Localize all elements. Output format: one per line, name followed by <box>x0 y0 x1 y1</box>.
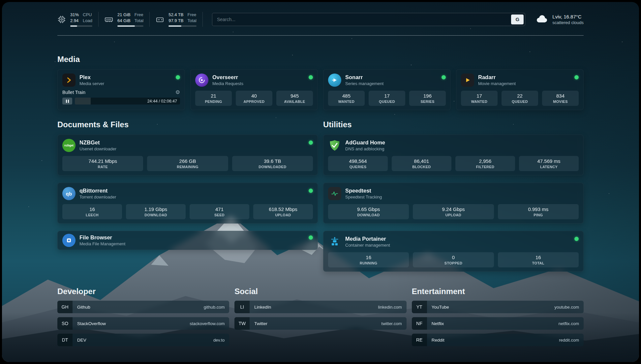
stat-upload: 9.24 Gbps UPLOAD <box>413 204 494 219</box>
stat-upload: 618.52 Mbps UPLOAD <box>253 204 313 219</box>
bookmark-name: YouTube <box>432 305 449 310</box>
bookmark-url: linkedin.com <box>378 305 402 310</box>
stat-latency: 47.569 ms LATENCY <box>519 156 579 171</box>
topbar-divider <box>57 35 584 36</box>
plex-player-bar: 24:44 / 02:06:47 <box>62 98 180 105</box>
speedtest-card[interactable]: Speedtest Speedtest Tracking 9.65 Gbps D… <box>323 183 584 224</box>
bookmark-dev[interactable]: DT DEV dev.to <box>57 334 229 346</box>
overseerr-icon <box>195 74 208 87</box>
memory-icon <box>105 15 113 24</box>
status-dot <box>176 75 180 79</box>
section-title-documents: Documents & Files <box>57 120 318 129</box>
stat-download: 1.19 Gbps DOWNLOAD <box>126 204 186 219</box>
disk-free-value: 52.4 TB <box>168 12 183 18</box>
stat-pending: 21 PENDING <box>195 91 232 106</box>
app-name: Radarr <box>478 74 570 80</box>
portainer-icon <box>328 235 341 248</box>
stat-downloaded: 39.6 TB DOWNLOADED <box>232 156 313 171</box>
dashboard: 31% 2.94 CPU Load <box>2 2 639 362</box>
ram-total-label: Total <box>135 18 143 24</box>
overseerr-card[interactable]: Overseerr Media Requests 21 PENDING 40 A… <box>190 69 318 110</box>
status-dot <box>574 237 579 241</box>
weather-location: Lviv, 16.87°C <box>552 14 584 19</box>
speedtest-icon <box>328 187 341 200</box>
stat-approved: 40 APPROVED <box>236 91 272 106</box>
app-desc: Media server <box>79 81 172 86</box>
app-name: Plex <box>79 74 172 80</box>
radarr-card[interactable]: Radarr Movie management 17 WANTED 22 QUE… <box>456 69 584 110</box>
stat-blocked: 86,401 BLOCKED <box>392 156 451 171</box>
bookmark-url: reddit.com <box>559 338 579 343</box>
app-desc: DNS and adblocking <box>345 146 579 151</box>
app-name: AdGuard Home <box>345 139 579 146</box>
top-bar: 31% 2.94 CPU Load <box>2 2 639 35</box>
status-dot <box>309 235 313 240</box>
bookmark-github[interactable]: GH Github github.com <box>57 301 229 313</box>
bookmark-netflix[interactable]: NF Netflix netflix.com <box>412 317 584 330</box>
stat-running: 16 RUNNING <box>328 252 409 267</box>
bookmark-youtube[interactable]: YT YouTube youtube.com <box>412 301 584 313</box>
memory-widget: 21 GiB 64 GiB Free Total <box>99 12 150 27</box>
plex-card[interactable]: Plex Media server Bullet Train ⚙ 24:4 <box>57 69 185 110</box>
stat-stopped: 0 STOPPED <box>413 252 494 267</box>
stat-queued: 22 QUEUED <box>502 91 538 106</box>
bookmark-url: twitter.com <box>382 321 402 326</box>
filebrowser-card[interactable]: File Browser Media File Management <box>57 231 318 250</box>
stat-seed: 471 SEED <box>190 204 249 219</box>
pause-icon[interactable] <box>62 98 72 105</box>
bookmark-name: StackOverflow <box>77 321 106 326</box>
status-dot <box>309 75 313 79</box>
bookmark-name: DEV <box>77 338 86 343</box>
bookmark-name: LinkedIn <box>254 305 271 310</box>
section-title-social: Social <box>234 287 406 296</box>
player-progress-track[interactable]: 24:44 / 02:06:47 <box>75 98 180 105</box>
weather-condition: scattered clouds <box>552 20 584 25</box>
app-name: File Browser <box>79 234 305 241</box>
disk-widget: 52.4 TB 97.9 TB Free Total <box>150 12 203 27</box>
nzbget-card[interactable]: nzbget NZBGet Usenet downloader 744.21 M… <box>57 135 318 175</box>
search-input[interactable] <box>212 17 511 22</box>
ram-total-value: 64 GiB <box>117 18 131 24</box>
gear-icon[interactable]: ⚙ <box>175 90 180 95</box>
bookmark-abbr: DT <box>57 334 73 346</box>
disk-total-label: Total <box>187 18 196 24</box>
app-desc: Media File Management <box>79 241 305 246</box>
ram-free-value: 21 GiB <box>117 12 131 18</box>
app-name: Sonarr <box>345 74 438 80</box>
qbittorrent-icon: qb <box>62 187 76 200</box>
status-dot <box>442 75 446 79</box>
cpu-icon <box>57 15 66 24</box>
cpu-usage-value: 31% <box>70 12 79 18</box>
bookmark-linkedin[interactable]: LI LinkedIn linkedin.com <box>234 301 406 313</box>
adguard-icon <box>328 139 341 152</box>
stat-total: 16 TOTAL <box>498 252 579 267</box>
sonarr-icon <box>328 74 341 87</box>
app-desc: Movie management <box>478 81 570 86</box>
status-dot <box>574 75 579 79</box>
bookmark-abbr: SO <box>57 317 73 330</box>
adguard-card[interactable]: AdGuard Home DNS and adblocking 498,564 … <box>323 135 584 175</box>
sonarr-card[interactable]: Sonarr Series management 485 WANTED 17 Q… <box>323 69 451 110</box>
stat-wanted: 17 WANTED <box>461 91 498 106</box>
bookmark-reddit[interactable]: RE Reddit reddit.com <box>412 334 584 346</box>
search-provider-button[interactable]: G <box>511 15 524 24</box>
now-playing-title: Bullet Train <box>62 90 85 95</box>
portainer-card[interactable]: Media Portainer Container management 16 … <box>323 231 584 272</box>
stat-wanted: 485 WANTED <box>328 91 365 106</box>
qbittorrent-card[interactable]: qb qBittorrent Torrent downloader 16 <box>57 183 318 224</box>
search-bar: G <box>212 13 525 26</box>
app-name: Speedtest <box>345 188 579 194</box>
player-progress-fill <box>75 98 91 105</box>
stat-available: 945 AVAILABLE <box>276 91 313 106</box>
app-desc: Container management <box>345 243 570 248</box>
cloud-icon <box>534 14 548 25</box>
stat-queued: 17 QUEUED <box>369 91 405 106</box>
nzbget-icon: nzbget <box>62 139 76 152</box>
bookmark-stackoverflow[interactable]: SO StackOverflow stackoverflow.com <box>57 317 229 330</box>
ram-free-label: Free <box>135 12 143 18</box>
bookmark-abbr: RE <box>412 334 427 346</box>
bookmark-name: Netflix <box>432 321 444 326</box>
bookmark-twitter[interactable]: TW Twitter twitter.com <box>234 317 406 330</box>
stat-filtered: 2,956 FILTERED <box>455 156 515 171</box>
section-title-utilities: Utilities <box>323 120 584 129</box>
